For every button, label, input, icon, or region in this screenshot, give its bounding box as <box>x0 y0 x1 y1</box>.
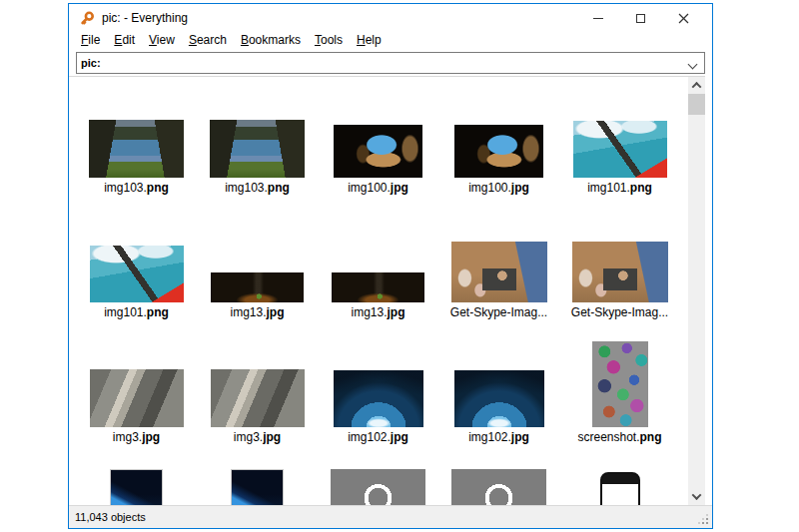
file-name: img100.jpg <box>468 181 529 195</box>
grid-row: img3.jpgimg3.jpgimg102.jpgimg102.jpgscre… <box>69 326 688 451</box>
results-area: img103.pngimg103.pngimg100.jpgimg100.jpg… <box>69 76 705 505</box>
file-name: img101.png <box>104 305 169 319</box>
vertical-scrollbar[interactable] <box>688 77 705 505</box>
maximize-button[interactable] <box>619 4 662 32</box>
minimize-icon <box>593 18 603 19</box>
file-item[interactable]: img102.jpg <box>318 326 438 451</box>
menu-search[interactable]: Search <box>182 33 234 47</box>
skype-thumbnail <box>451 242 547 302</box>
close-button[interactable] <box>662 4 705 32</box>
file-item[interactable] <box>318 451 438 505</box>
cliff-thumbnail <box>90 369 184 427</box>
file-name: img13.jpg <box>230 305 284 319</box>
file-item[interactable] <box>438 451 559 505</box>
lake-thumbnail <box>210 120 305 178</box>
file-name: img13.jpg <box>351 305 404 319</box>
night-thumbnail <box>332 272 424 302</box>
cliff-thumbnail <box>211 369 305 427</box>
file-name: img103.png <box>104 181 169 195</box>
file-name: img103.png <box>225 181 290 195</box>
phone-thumbnail <box>600 472 640 505</box>
cave-thumbnail <box>454 125 543 178</box>
file-item[interactable]: Get-Skype-Imag... <box>559 202 680 326</box>
file-item[interactable]: img3.jpg <box>76 326 197 451</box>
close-icon <box>678 13 689 24</box>
file-item[interactable] <box>197 451 318 505</box>
search-input[interactable] <box>76 52 705 74</box>
window-controls <box>576 4 705 32</box>
file-item[interactable]: img101.png <box>559 77 680 202</box>
lake-thumbnail <box>89 120 184 178</box>
file-name: img100.jpg <box>348 181 408 195</box>
everything-window: pic: - Everything File Edit View Search … <box>68 3 713 529</box>
menu-edit[interactable]: Edit <box>107 33 142 47</box>
scrollbar-thumb[interactable] <box>688 94 705 115</box>
search-row <box>69 48 712 76</box>
cave-thumbnail <box>334 125 422 178</box>
file-name: img3.jpg <box>113 430 160 444</box>
file-name: Get-Skype-Imag... <box>571 305 668 319</box>
file-name: img102.jpg <box>468 430 529 444</box>
grid-row: img101.pngimg13.jpgimg13.jpgGet-Skype-Im… <box>69 202 688 326</box>
file-name: screenshot.png <box>577 430 661 444</box>
status-bar: 11,043 objects <box>69 505 712 528</box>
marbles-thumbnail <box>592 341 648 427</box>
chevron-up-icon <box>692 82 702 92</box>
resize-grip[interactable] <box>706 522 708 524</box>
maximize-icon <box>636 14 645 23</box>
file-item[interactable] <box>76 451 197 505</box>
file-item[interactable]: img13.jpg <box>318 202 438 326</box>
file-item[interactable]: Get-Skype-Imag... <box>438 202 559 326</box>
aerial-thumbnail <box>573 121 667 178</box>
grid-row: img103.pngimg103.pngimg100.jpgimg100.jpg… <box>69 77 688 202</box>
file-name: img3.jpg <box>234 430 281 444</box>
file-item[interactable]: img3.jpg <box>197 326 318 451</box>
menu-tools[interactable]: Tools <box>308 33 350 47</box>
hero-thumbnail <box>110 469 163 505</box>
scroll-up-button[interactable] <box>688 77 705 94</box>
icecave-thumbnail <box>334 370 423 427</box>
menu-view[interactable]: View <box>142 33 182 47</box>
icecave-thumbnail <box>454 370 544 427</box>
menu-file[interactable]: File <box>74 33 107 47</box>
file-name: img101.png <box>587 181 652 195</box>
file-item[interactable]: img101.png <box>76 202 197 326</box>
file-item[interactable]: img102.jpg <box>438 326 559 451</box>
file-item[interactable]: img103.png <box>197 77 318 202</box>
scroll-down-button[interactable] <box>688 488 705 505</box>
skype-thumbnail <box>572 242 668 302</box>
file-name: img102.jpg <box>348 430 408 444</box>
file-item[interactable]: img13.jpg <box>197 202 318 326</box>
file-item[interactable]: img103.png <box>76 77 197 202</box>
chevron-down-icon <box>692 490 702 500</box>
minimize-button[interactable] <box>576 4 619 32</box>
thumbnail-grid: img103.pngimg103.pngimg100.jpgimg100.jpg… <box>69 77 688 505</box>
night-thumbnail <box>211 272 304 302</box>
menu-bookmarks[interactable]: Bookmarks <box>234 33 308 47</box>
window-title: pic: - Everything <box>102 11 188 25</box>
object-count: 11,043 objects <box>75 511 146 523</box>
grid-row <box>69 451 688 505</box>
placeholder-thumbnail <box>451 469 546 505</box>
file-name: Get-Skype-Imag... <box>450 305 547 319</box>
file-item[interactable]: img100.jpg <box>318 77 438 202</box>
aerial-thumbnail <box>90 246 184 302</box>
title-bar[interactable]: pic: - Everything <box>69 4 712 32</box>
menu-help[interactable]: Help <box>350 33 389 47</box>
file-item[interactable] <box>559 451 680 505</box>
placeholder-thumbnail <box>331 469 425 505</box>
hero-thumbnail <box>231 469 284 505</box>
file-item[interactable]: screenshot.png <box>559 326 680 451</box>
menu-bar: File Edit View Search Bookmarks Tools He… <box>69 32 712 48</box>
file-item[interactable]: img100.jpg <box>438 77 559 202</box>
key-search-icon <box>80 11 95 26</box>
